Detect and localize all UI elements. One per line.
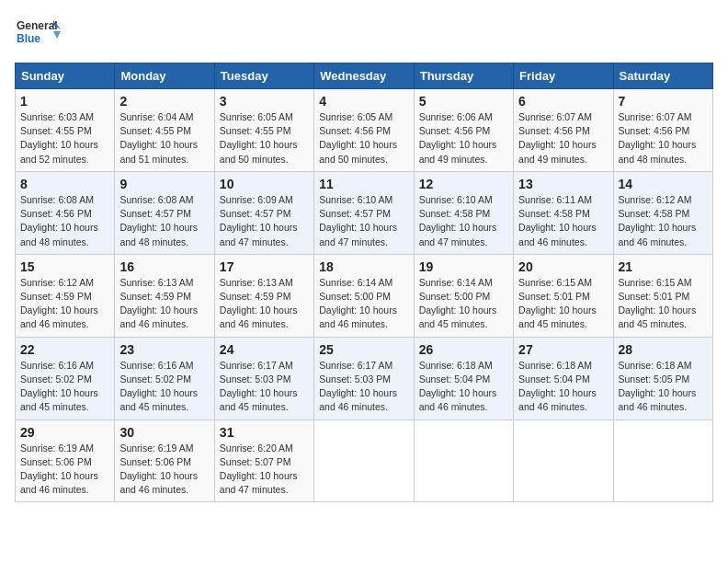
day-number: 17 bbox=[220, 259, 309, 274]
day-number: 19 bbox=[419, 259, 508, 274]
calendar-cell: 2Sunrise: 6:04 AMSunset: 4:55 PMDaylight… bbox=[115, 89, 214, 172]
day-number: 3 bbox=[220, 94, 309, 109]
day-detail: Sunrise: 6:08 AMSunset: 4:57 PMDaylight:… bbox=[119, 193, 209, 249]
day-number: 31 bbox=[220, 425, 309, 440]
calendar-header-friday: Friday bbox=[514, 63, 613, 89]
day-detail: Sunrise: 6:04 AMSunset: 4:55 PMDaylight:… bbox=[119, 110, 209, 167]
calendar-cell: 5Sunrise: 6:06 AMSunset: 4:56 PMDaylight… bbox=[414, 89, 513, 172]
day-detail: Sunrise: 6:14 AMSunset: 5:00 PMDaylight:… bbox=[419, 276, 508, 332]
calendar-cell: 31Sunrise: 6:20 AMSunset: 5:07 PMDayligh… bbox=[214, 419, 313, 502]
calendar-cell: 21Sunrise: 6:15 AMSunset: 5:01 PMDayligh… bbox=[613, 254, 712, 337]
calendar-cell: 23Sunrise: 6:16 AMSunset: 5:02 PMDayligh… bbox=[115, 337, 214, 419]
day-number: 5 bbox=[419, 94, 508, 109]
day-number: 30 bbox=[119, 425, 209, 440]
calendar-cell bbox=[314, 419, 414, 502]
calendar-table: SundayMondayTuesdayWednesdayThursdayFrid… bbox=[15, 63, 713, 502]
day-number: 10 bbox=[220, 177, 309, 191]
day-detail: Sunrise: 6:12 AMSunset: 4:58 PMDaylight:… bbox=[619, 193, 708, 249]
calendar-cell: 6Sunrise: 6:07 AMSunset: 4:56 PMDaylight… bbox=[514, 89, 613, 172]
svg-text:General: General bbox=[17, 19, 58, 32]
calendar-header-thursday: Thursday bbox=[414, 63, 513, 89]
day-detail: Sunrise: 6:17 AMSunset: 5:03 PMDaylight:… bbox=[319, 359, 408, 415]
day-detail: Sunrise: 6:05 AMSunset: 4:55 PMDaylight:… bbox=[220, 110, 309, 167]
calendar-cell: 26Sunrise: 6:18 AMSunset: 5:04 PMDayligh… bbox=[414, 337, 513, 419]
day-number: 15 bbox=[20, 259, 109, 274]
calendar-cell: 4Sunrise: 6:05 AMSunset: 4:56 PMDaylight… bbox=[314, 89, 414, 172]
day-number: 8 bbox=[20, 177, 109, 191]
day-number: 13 bbox=[518, 177, 608, 191]
day-detail: Sunrise: 6:18 AMSunset: 5:05 PMDaylight:… bbox=[619, 359, 708, 415]
calendar-cell: 16Sunrise: 6:13 AMSunset: 4:59 PMDayligh… bbox=[115, 254, 214, 337]
calendar-week-row: 1Sunrise: 6:03 AMSunset: 4:55 PMDaylight… bbox=[16, 89, 713, 172]
calendar-week-row: 29Sunrise: 6:19 AMSunset: 5:06 PMDayligh… bbox=[16, 419, 713, 502]
logo-icon: General Blue bbox=[15, 15, 61, 55]
calendar-header-sunday: Sunday bbox=[16, 63, 115, 89]
calendar-week-row: 15Sunrise: 6:12 AMSunset: 4:59 PMDayligh… bbox=[16, 254, 713, 337]
day-number: 12 bbox=[419, 177, 508, 191]
calendar-cell: 28Sunrise: 6:18 AMSunset: 5:05 PMDayligh… bbox=[613, 337, 712, 419]
calendar-cell: 7Sunrise: 6:07 AMSunset: 4:56 PMDaylight… bbox=[613, 89, 712, 172]
day-detail: Sunrise: 6:15 AMSunset: 5:01 PMDaylight:… bbox=[619, 276, 708, 332]
day-number: 14 bbox=[619, 177, 708, 191]
day-detail: Sunrise: 6:08 AMSunset: 4:56 PMDaylight:… bbox=[20, 193, 109, 249]
day-number: 23 bbox=[119, 342, 209, 357]
calendar-cell: 15Sunrise: 6:12 AMSunset: 4:59 PMDayligh… bbox=[16, 254, 115, 337]
day-number: 24 bbox=[220, 342, 309, 357]
calendar-cell bbox=[613, 419, 712, 502]
calendar-cell: 22Sunrise: 6:16 AMSunset: 5:02 PMDayligh… bbox=[16, 337, 115, 419]
day-detail: Sunrise: 6:14 AMSunset: 5:00 PMDaylight:… bbox=[319, 276, 408, 332]
svg-text:Blue: Blue bbox=[17, 32, 40, 45]
day-detail: Sunrise: 6:16 AMSunset: 5:02 PMDaylight:… bbox=[20, 359, 109, 415]
calendar-cell: 1Sunrise: 6:03 AMSunset: 4:55 PMDaylight… bbox=[16, 89, 115, 172]
calendar-cell: 3Sunrise: 6:05 AMSunset: 4:55 PMDaylight… bbox=[214, 89, 313, 172]
day-number: 4 bbox=[319, 94, 408, 109]
day-detail: Sunrise: 6:19 AMSunset: 5:06 PMDaylight:… bbox=[20, 442, 109, 498]
calendar-week-row: 22Sunrise: 6:16 AMSunset: 5:02 PMDayligh… bbox=[16, 337, 713, 419]
day-detail: Sunrise: 6:07 AMSunset: 4:56 PMDaylight:… bbox=[518, 110, 608, 167]
calendar-cell bbox=[514, 419, 613, 502]
day-detail: Sunrise: 6:03 AMSunset: 4:55 PMDaylight:… bbox=[20, 110, 109, 167]
day-number: 16 bbox=[119, 259, 209, 274]
calendar-cell: 8Sunrise: 6:08 AMSunset: 4:56 PMDaylight… bbox=[16, 171, 115, 254]
day-number: 28 bbox=[619, 342, 708, 357]
day-detail: Sunrise: 6:16 AMSunset: 5:02 PMDaylight:… bbox=[119, 359, 209, 415]
calendar-cell: 13Sunrise: 6:11 AMSunset: 4:58 PMDayligh… bbox=[514, 171, 613, 254]
day-detail: Sunrise: 6:10 AMSunset: 4:57 PMDaylight:… bbox=[319, 193, 408, 249]
day-detail: Sunrise: 6:10 AMSunset: 4:58 PMDaylight:… bbox=[419, 193, 508, 249]
day-number: 27 bbox=[518, 342, 608, 357]
day-detail: Sunrise: 6:09 AMSunset: 4:57 PMDaylight:… bbox=[220, 193, 309, 249]
day-number: 18 bbox=[319, 259, 408, 274]
svg-marker-3 bbox=[53, 31, 61, 39]
day-number: 20 bbox=[518, 259, 608, 274]
day-detail: Sunrise: 6:20 AMSunset: 5:07 PMDaylight:… bbox=[220, 442, 309, 498]
calendar-cell: 18Sunrise: 6:14 AMSunset: 5:00 PMDayligh… bbox=[314, 254, 414, 337]
calendar-cell: 9Sunrise: 6:08 AMSunset: 4:57 PMDaylight… bbox=[115, 171, 214, 254]
day-detail: Sunrise: 6:13 AMSunset: 4:59 PMDaylight:… bbox=[220, 276, 309, 332]
day-number: 26 bbox=[419, 342, 508, 357]
calendar-cell: 12Sunrise: 6:10 AMSunset: 4:58 PMDayligh… bbox=[414, 171, 513, 254]
calendar-header-tuesday: Tuesday bbox=[214, 63, 313, 89]
day-detail: Sunrise: 6:07 AMSunset: 4:56 PMDaylight:… bbox=[619, 110, 708, 167]
calendar-cell: 27Sunrise: 6:18 AMSunset: 5:04 PMDayligh… bbox=[514, 337, 613, 419]
calendar-cell: 29Sunrise: 6:19 AMSunset: 5:06 PMDayligh… bbox=[16, 419, 115, 502]
day-detail: Sunrise: 6:18 AMSunset: 5:04 PMDaylight:… bbox=[419, 359, 508, 415]
day-detail: Sunrise: 6:15 AMSunset: 5:01 PMDaylight:… bbox=[518, 276, 608, 332]
day-number: 25 bbox=[319, 342, 408, 357]
calendar-header-saturday: Saturday bbox=[613, 63, 712, 89]
day-number: 6 bbox=[518, 94, 608, 109]
calendar-header-wednesday: Wednesday bbox=[314, 63, 414, 89]
day-detail: Sunrise: 6:18 AMSunset: 5:04 PMDaylight:… bbox=[518, 359, 608, 415]
day-detail: Sunrise: 6:19 AMSunset: 5:06 PMDaylight:… bbox=[119, 442, 209, 498]
page-header: General Blue bbox=[15, 15, 713, 55]
day-number: 21 bbox=[619, 259, 708, 274]
calendar-cell: 11Sunrise: 6:10 AMSunset: 4:57 PMDayligh… bbox=[314, 171, 414, 254]
day-detail: Sunrise: 6:12 AMSunset: 4:59 PMDaylight:… bbox=[20, 276, 109, 332]
day-detail: Sunrise: 6:05 AMSunset: 4:56 PMDaylight:… bbox=[319, 110, 408, 167]
day-number: 2 bbox=[119, 94, 209, 109]
day-detail: Sunrise: 6:11 AMSunset: 4:58 PMDaylight:… bbox=[518, 193, 608, 249]
calendar-cell: 30Sunrise: 6:19 AMSunset: 5:06 PMDayligh… bbox=[115, 419, 214, 502]
calendar-cell: 10Sunrise: 6:09 AMSunset: 4:57 PMDayligh… bbox=[214, 171, 313, 254]
calendar-cell: 20Sunrise: 6:15 AMSunset: 5:01 PMDayligh… bbox=[514, 254, 613, 337]
day-number: 7 bbox=[619, 94, 708, 109]
calendar-cell: 24Sunrise: 6:17 AMSunset: 5:03 PMDayligh… bbox=[214, 337, 313, 419]
